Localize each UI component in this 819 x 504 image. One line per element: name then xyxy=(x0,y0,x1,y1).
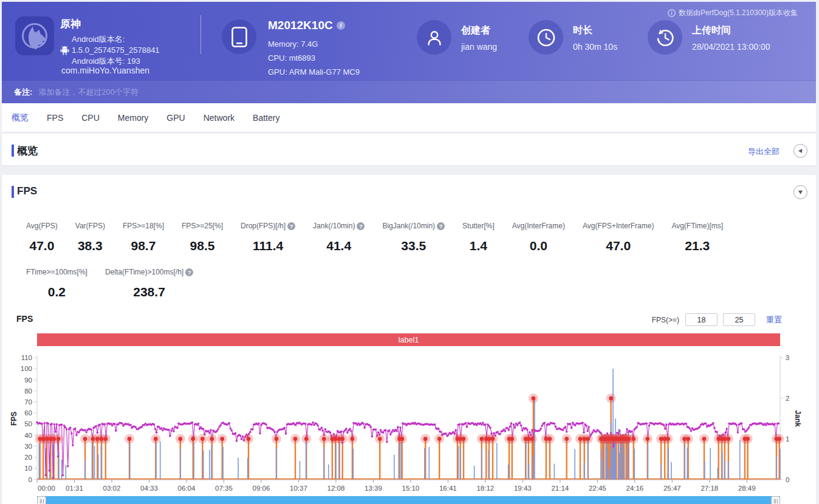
svg-text:FPS: FPS xyxy=(10,412,18,426)
metric-value: 98.7 xyxy=(123,239,164,253)
svg-text:18:12: 18:12 xyxy=(476,485,494,492)
tab-cpu[interactable]: CPU xyxy=(72,113,109,123)
device-cpu: CPU: mt6893 xyxy=(268,53,315,63)
svg-text:28:49: 28:49 xyxy=(738,485,756,492)
svg-text:07:35: 07:35 xyxy=(215,485,233,492)
metric-label: Drop(FPS)[/h]? xyxy=(241,222,295,230)
svg-text:i: i xyxy=(340,22,341,29)
person-icon xyxy=(425,29,444,47)
metric-value: 1.4 xyxy=(462,239,495,253)
svg-text:19:43: 19:43 xyxy=(514,485,532,492)
upload-icon-circle xyxy=(648,20,682,55)
metric-value: 47.0 xyxy=(26,239,58,253)
tab-overview[interactable]: 概览 xyxy=(2,112,38,123)
chart-scrollbar-fill[interactable] xyxy=(37,496,780,504)
overview-card: 概览 导出全部 xyxy=(2,134,816,165)
creator-value: jian wang xyxy=(461,42,497,52)
overview-collapse-button[interactable] xyxy=(793,144,807,158)
info-circle-icon xyxy=(668,9,676,17)
svg-text:40: 40 xyxy=(24,432,32,439)
metric-item: Jank(/10min)?41.4 xyxy=(313,222,365,253)
overview-accent-bar xyxy=(12,145,14,157)
svg-text:110: 110 xyxy=(21,354,32,361)
tab-fps[interactable]: FPS xyxy=(38,113,72,123)
triangle-down-icon xyxy=(798,189,803,195)
svg-text:01:31: 01:31 xyxy=(66,485,83,492)
collect-info: 数据由PerfDog(5.1.210300)版本收集 xyxy=(668,8,798,18)
overview-header: 概览 导出全部 xyxy=(2,134,816,165)
report-header: 原神 Android版本名: 1.5.0_2574575_2578841 And… xyxy=(2,2,816,103)
metric-label: Delta(FTime)>100ms[/h]? xyxy=(105,268,193,276)
section-tabbar: 概览FPSCPUMemoryGPUNetworkBattery xyxy=(2,103,816,132)
tab-memory[interactable]: Memory xyxy=(109,113,158,123)
creator-icon-circle xyxy=(417,20,451,55)
fps-accent-bar xyxy=(12,186,14,198)
metric-item: BigJank(/10min)?33.5 xyxy=(382,222,445,253)
metric-label: Avg(FPS+InterFrame) xyxy=(583,222,654,230)
help-icon[interactable]: ? xyxy=(357,222,365,230)
metric-label: BigJank(/10min)? xyxy=(382,222,445,230)
app-name: 原神 xyxy=(60,17,81,31)
export-all-link[interactable]: 导出全部 xyxy=(748,146,780,157)
fps-header: FPS xyxy=(2,175,816,206)
metric-item: FPS>=25[%]98.5 xyxy=(182,222,223,253)
triangle-left-icon xyxy=(798,148,803,154)
scrollbar-left-handle[interactable] xyxy=(37,496,46,504)
svg-text:70: 70 xyxy=(24,398,32,406)
metric-value: 98.5 xyxy=(182,239,223,253)
device-info-icon[interactable]: i xyxy=(337,21,345,30)
metric-label: Stutter[%] xyxy=(462,222,495,230)
metric-item: FPS>=18[%]98.7 xyxy=(123,222,164,253)
metric-value: 238.7 xyxy=(105,285,193,299)
help-icon[interactable]: ? xyxy=(437,222,445,230)
fps-chart-label: FPS xyxy=(16,314,33,324)
metric-value: 38.3 xyxy=(75,239,105,253)
metric-item: Delta(FTime)>100ms[/h]?238.7 xyxy=(105,268,193,299)
help-icon[interactable]: ? xyxy=(185,268,193,276)
perfdog-report-page: 原神 Android版本名: 1.5.0_2574575_2578841 And… xyxy=(2,2,816,504)
device-model: M2012K10C i xyxy=(268,19,345,32)
chart-scrollbar[interactable] xyxy=(37,496,780,504)
upload-label: 上传时间 xyxy=(692,24,731,37)
fps-threshold-input-2[interactable] xyxy=(723,313,755,326)
svg-text:06:04: 06:04 xyxy=(178,485,196,492)
device-memory: Memory: 7.4G xyxy=(268,39,318,49)
svg-text:04:33: 04:33 xyxy=(140,485,158,492)
header-divider xyxy=(200,15,201,54)
svg-text:0: 0 xyxy=(786,476,789,483)
metric-label: Avg(InterFrame) xyxy=(512,222,565,230)
svg-text:09:06: 09:06 xyxy=(253,485,270,492)
note-label: 备注: xyxy=(14,87,32,98)
svg-text:Jank: Jank xyxy=(793,410,802,427)
metric-label: Avg(FPS) xyxy=(26,222,58,230)
reset-link[interactable]: 重置 xyxy=(766,315,782,325)
wolf-logo-icon xyxy=(19,20,50,52)
device-icon-circle xyxy=(222,19,256,54)
tab-battery[interactable]: Battery xyxy=(244,113,289,123)
tab-network[interactable]: Network xyxy=(194,113,244,123)
metric-item: Var(FPS)38.3 xyxy=(75,222,105,253)
svg-text:3: 3 xyxy=(786,354,789,361)
svg-text:15:10: 15:10 xyxy=(402,485,419,492)
fps-collapse-button[interactable] xyxy=(793,185,807,199)
fps-threshold-input-1[interactable] xyxy=(685,313,718,326)
duration-value: 0h 30m 10s xyxy=(573,42,617,52)
note-bar[interactable]: 备注: 添加备注，不超过200个字符 xyxy=(2,80,816,103)
svg-text:00:00: 00:00 xyxy=(38,485,55,492)
fps-filter-label: FPS(>=) xyxy=(652,316,679,324)
duration-label: 时长 xyxy=(573,24,592,37)
overview-title: 概览 xyxy=(17,144,38,158)
duration-icon-circle xyxy=(529,20,563,55)
svg-text:20: 20 xyxy=(24,454,32,461)
svg-text:16:41: 16:41 xyxy=(439,485,457,492)
metric-label: FPS>=18[%] xyxy=(123,222,164,230)
tab-gpu[interactable]: GPU xyxy=(157,113,194,123)
metric-item: Avg(FTime)[ms]21.3 xyxy=(671,222,723,253)
fps-jank-chart[interactable]: 0102030405060708090100110FPS0123Jank00:0… xyxy=(2,347,816,495)
scrollbar-right-handle[interactable] xyxy=(771,496,780,504)
help-icon[interactable]: ? xyxy=(287,222,295,230)
metric-item: Stutter[%]1.4 xyxy=(462,222,495,253)
svg-text:90: 90 xyxy=(24,376,32,384)
svg-text:10: 10 xyxy=(24,465,32,472)
fps-card: FPS Avg(FPS)47.0Var(FPS)38.3FPS>=18[%]98… xyxy=(2,175,816,504)
